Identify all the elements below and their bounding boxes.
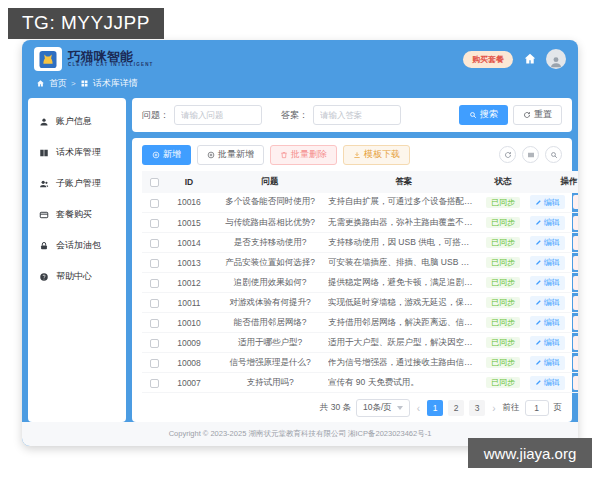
batch-delete-button[interactable]: 批量删除 — [270, 145, 337, 165]
delete-button[interactable]: 删除 — [573, 296, 578, 310]
page-size-select[interactable]: 10条/页 — [356, 399, 410, 417]
edit-button[interactable]: 编辑 — [530, 316, 565, 330]
edit-button[interactable]: 编辑 — [530, 376, 565, 390]
sidebar-item-sub-accounts[interactable]: 子账户管理 — [28, 168, 126, 199]
status-badge: 已同步 — [486, 257, 520, 268]
sidebar-item-script-library[interactable]: 话术库管理 — [28, 137, 126, 168]
page-button-3[interactable]: 3 — [469, 400, 485, 416]
row-checkbox[interactable] — [150, 299, 159, 308]
delete-button[interactable]: 删除 — [573, 336, 578, 350]
reset-button[interactable]: 重置 — [513, 105, 562, 125]
tg-badge: TG: MYYJJPP — [8, 8, 164, 39]
answer-input[interactable] — [313, 105, 401, 125]
row-checkbox[interactable] — [150, 379, 159, 388]
table-row: 10007 支持试用吗? 宣传有 90 天免费试用。 已同步 编辑 — [142, 373, 578, 393]
delete-button[interactable]: 删除 — [573, 356, 578, 370]
status-badge: 已同步 — [486, 277, 520, 288]
row-checkbox[interactable] — [150, 319, 159, 328]
edit-button[interactable]: 编辑 — [530, 236, 565, 250]
delete-button[interactable]: 删除 — [573, 236, 578, 250]
status-badge: 已同步 — [486, 317, 520, 328]
status-badge: 已同步 — [486, 297, 520, 308]
next-page-button[interactable]: › — [490, 403, 497, 414]
app-header: 巧猫咪智能 CLEVER CAT INTELLIGENT 购买套餐 — [22, 40, 578, 74]
table-row: 10011 对游戏体验有何提升? 实现低延时穿墙稳，游戏无延迟，保障电竞等...… — [142, 293, 578, 313]
sidebar-item-session-booster[interactable]: 会话加油包 — [28, 230, 126, 261]
pencil-icon — [535, 339, 542, 346]
add-button[interactable]: 新增 — [142, 145, 191, 165]
delete-button[interactable]: 删除 — [573, 316, 578, 330]
table-row: 10015 与传统路由器相比优势? 无需更换路由器，弥补主路由覆盖不足，即插..… — [142, 213, 578, 233]
home-icon[interactable] — [523, 52, 537, 66]
row-checkbox[interactable] — [150, 259, 159, 268]
select-all-checkbox[interactable] — [150, 178, 159, 187]
user-icon — [39, 117, 49, 127]
table-row: 10016 多个设备能否同时使用? 支持自由扩展，可通过多个设备搭配使用，全..… — [142, 193, 578, 213]
breadcrumb-home[interactable]: 首页 — [49, 77, 67, 90]
row-checkbox[interactable] — [150, 239, 159, 248]
page-button-2[interactable]: 2 — [448, 400, 464, 416]
window-body: 账户信息 话术库管理 子账户管理 套餐购买 — [22, 98, 578, 422]
table-search-button[interactable] — [545, 146, 562, 163]
pencil-icon — [535, 199, 542, 206]
column-settings-button[interactable] — [522, 146, 539, 163]
edit-button[interactable]: 编辑 — [530, 336, 565, 350]
edit-button[interactable]: 编辑 — [530, 276, 565, 290]
row-answer: 适用于大户型、跃层户型，解决因空间大、墙... — [328, 333, 480, 353]
row-checkbox[interactable] — [150, 219, 159, 228]
row-answer: 可安装在墙插座、排插、电脑 USB 接口等位... — [328, 253, 480, 273]
row-id: 10012 — [166, 273, 212, 293]
delete-button[interactable]: 删除 — [573, 256, 578, 270]
edit-button[interactable]: 编辑 — [530, 256, 565, 270]
download-icon — [353, 151, 361, 159]
chevron-down-icon — [397, 406, 403, 410]
goto-page-input[interactable] — [525, 400, 549, 416]
plus-circle-icon — [207, 151, 215, 159]
delete-button[interactable]: 删除 — [573, 195, 578, 209]
row-checkbox[interactable] — [150, 359, 159, 368]
sidebar-item-label: 子账户管理 — [56, 177, 101, 190]
page-button-1[interactable]: 1 — [427, 400, 443, 416]
delete-button[interactable]: 删除 — [573, 376, 578, 390]
row-id: 10008 — [166, 353, 212, 373]
row-checkbox[interactable] — [150, 339, 159, 348]
delete-button[interactable]: 删除 — [573, 216, 578, 230]
row-answer: 提供稳定网络，避免卡顿，满足追剧无忧的使... — [328, 273, 480, 293]
row-question: 与传统路由器相比优势? — [212, 213, 328, 233]
prev-page-button[interactable]: ‹ — [415, 403, 422, 414]
sidebar-item-account-info[interactable]: 账户信息 — [28, 106, 126, 137]
edit-button[interactable]: 编辑 — [530, 296, 565, 310]
edit-button[interactable]: 编辑 — [530, 216, 565, 230]
row-checkbox[interactable] — [150, 279, 159, 288]
columns-icon — [527, 151, 535, 159]
row-id: 10009 — [166, 333, 212, 353]
edit-button[interactable]: 编辑 — [530, 356, 565, 370]
search-button[interactable]: 搜索 — [459, 105, 508, 125]
brand-name: 巧猫咪智能 — [68, 50, 154, 64]
main-content: 问题： 答案： 搜索 重置 — [132, 98, 572, 422]
qa-table: ID 问题 答案 状态 操作 10016 多个设备能否同时使用? 支持自由扩展，… — [142, 171, 578, 394]
table-tools — [499, 146, 562, 163]
row-question: 多个设备能否同时使用? — [212, 193, 328, 213]
brand: 巧猫咪智能 CLEVER CAT INTELLIGENT — [68, 50, 154, 68]
user-icon — [549, 55, 563, 69]
pencil-icon — [535, 279, 542, 286]
status-badge: 已同步 — [486, 217, 520, 228]
edit-button[interactable]: 编辑 — [530, 195, 565, 209]
batch-add-button[interactable]: 批量新增 — [197, 145, 264, 165]
library-icon — [39, 148, 49, 158]
template-download-button[interactable]: 模板下载 — [343, 145, 410, 165]
question-input[interactable] — [174, 105, 262, 125]
refresh-button[interactable] — [499, 146, 516, 163]
buy-package-button[interactable]: 购买套餐 — [463, 51, 513, 68]
row-answer: 宣传有 90 天免费试用。 — [328, 373, 480, 393]
row-question: 信号增强原理是什么? — [212, 353, 328, 373]
breadcrumb-separator: > — [71, 79, 76, 88]
sidebar-item-help-center[interactable]: 帮助中心 — [28, 261, 126, 292]
breadcrumb-current: 话术库详情 — [93, 77, 138, 90]
table-row: 10012 追剧使用效果如何? 提供稳定网络，避免卡顿，满足追剧无忧的使... … — [142, 273, 578, 293]
row-checkbox[interactable] — [150, 199, 159, 208]
delete-button[interactable]: 删除 — [573, 276, 578, 290]
avatar[interactable] — [546, 49, 566, 69]
sidebar-item-package-purchase[interactable]: 套餐购买 — [28, 199, 126, 230]
